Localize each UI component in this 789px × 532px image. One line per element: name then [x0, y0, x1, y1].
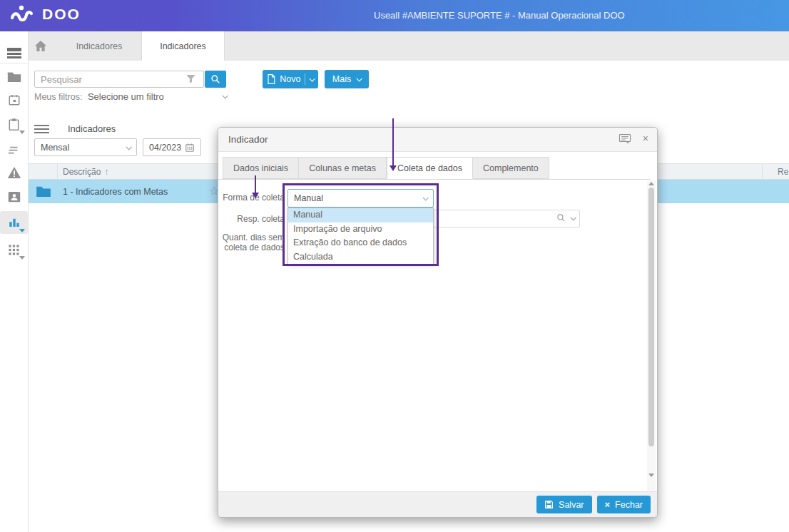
home-icon	[34, 40, 47, 52]
row-label: 1 - Indicadores com Metas	[63, 187, 168, 197]
rail-divider	[0, 63, 28, 63]
modal-tab-complemento[interactable]: Complemento	[473, 157, 549, 179]
tab-indicadores-2[interactable]: Indicadores	[141, 31, 225, 61]
sidebar-item-clipboard[interactable]	[0, 113, 28, 135]
mais-label: Mais	[332, 74, 351, 84]
tab-indicadores-1[interactable]: Indicadores	[57, 31, 141, 61]
tab-bar: Indicadores Indicadores	[29, 31, 789, 61]
my-filters-row[interactable]: Meus filtros: Selecione um filtro	[34, 91, 164, 102]
warning-triangle-icon	[7, 166, 21, 179]
sidebar-item-folder[interactable]	[0, 65, 28, 88]
my-filters-value: Selecione um filtro	[88, 91, 164, 102]
lookup-chevron-icon[interactable]	[570, 215, 576, 220]
period-select-value: Mensal	[41, 143, 69, 153]
sort-asc-icon: ↑	[104, 167, 108, 177]
search-button[interactable]	[205, 71, 226, 88]
scrollbar-thumb[interactable]	[648, 188, 654, 446]
app-header: DOO Useall #AMBIENTE SUPORTE # - Manual …	[0, 0, 789, 31]
novo-split-divider	[305, 73, 305, 85]
folder-icon	[7, 71, 21, 83]
side-rail	[0, 31, 29, 532]
section-title: Indicadores	[68, 123, 116, 134]
search-icon	[210, 74, 220, 84]
salvar-label: Salvar	[559, 500, 584, 510]
modal-scrollbar[interactable]	[647, 180, 656, 491]
mais-chevron-icon	[357, 76, 362, 81]
row-folder-icon	[36, 185, 51, 198]
date-field-value: 04/2023	[149, 143, 181, 153]
lines-icon	[7, 145, 21, 155]
my-filters-label: Meus filtros:	[34, 92, 82, 102]
filter-funnel-icon[interactable]	[185, 73, 196, 84]
comment-icon[interactable]	[619, 133, 631, 145]
modal-footer: Salvar × Fechar	[218, 491, 657, 517]
new-document-icon	[267, 74, 275, 84]
home-button[interactable]	[34, 40, 47, 52]
bar-chart-icon	[8, 216, 21, 229]
modal-tab-dados-iniciais[interactable]: Dados iniciais	[223, 157, 299, 179]
sidebar-item-apps[interactable]	[0, 238, 28, 261]
modal-title: Indicador	[228, 134, 268, 145]
user-badge-icon	[8, 191, 21, 203]
sidebar-item-indicators[interactable]	[0, 211, 28, 234]
annotation-rectangle-dropdown	[282, 183, 439, 266]
modal-tab-coleta-de-dados[interactable]: Coleta de dados	[387, 157, 473, 179]
fechar-button[interactable]: × Fechar	[597, 496, 651, 513]
grid-icon	[8, 244, 20, 256]
modal-tab-strip: Dados iniciais Colunas e metas Coleta de…	[218, 157, 650, 180]
date-calendar-icon[interactable]	[185, 143, 195, 153]
doo-wave-icon	[10, 5, 36, 24]
resp-coleta-label: Resp. coleta	[218, 214, 285, 224]
column-header-right[interactable]: Re	[778, 167, 788, 177]
menu-hamburger-icon[interactable]	[0, 37, 28, 60]
column-separator-right	[762, 164, 763, 180]
calendar-icon	[8, 93, 21, 106]
mais-button[interactable]: Mais	[325, 70, 369, 88]
sidebar-item-calendar[interactable]	[0, 88, 28, 111]
save-icon	[544, 500, 554, 509]
quant-dias-label: Quant. dias sem coleta de dados	[218, 232, 285, 252]
column-separator	[57, 164, 58, 180]
novo-label: Novo	[280, 74, 300, 84]
fechar-label: Fechar	[615, 500, 643, 510]
annotation-arrow-coleta-tab	[390, 118, 397, 171]
modal-header: Indicador ×	[218, 128, 657, 152]
indicators-caret-icon	[19, 229, 25, 232]
window-title: Useall #AMBIENTE SUPORTE # - Manual Oper…	[374, 10, 625, 21]
section-menu-icon[interactable]	[34, 123, 49, 135]
date-field[interactable]: 04/2023	[143, 138, 201, 156]
period-chevron-icon	[126, 144, 131, 150]
apps-caret-icon	[19, 256, 25, 260]
app-logo: DOO	[10, 5, 81, 24]
sidebar-item-users[interactable]	[0, 185, 28, 208]
annotation-arrow-forma-field	[252, 175, 259, 198]
sidebar-item-alerts[interactable]	[0, 161, 28, 184]
sidebar-item-lists[interactable]	[0, 138, 28, 161]
logo-text: DOO	[42, 6, 81, 23]
novo-button[interactable]: Novo	[263, 70, 318, 88]
search-input[interactable]	[34, 71, 204, 88]
modal-close-icon[interactable]: ×	[643, 133, 648, 144]
period-select[interactable]: Mensal	[34, 138, 137, 156]
salvar-button[interactable]: Salvar	[536, 496, 591, 513]
lookup-search-icon[interactable]	[556, 213, 566, 222]
novo-chevron-icon[interactable]	[310, 76, 315, 81]
modal-tab-colunas-e-metas[interactable]: Colunas e metas	[299, 157, 387, 179]
my-filters-chevron-icon[interactable]	[222, 93, 228, 98]
column-header-descricao[interactable]: Descrição↑	[63, 167, 108, 177]
clipboard-caret-icon	[19, 131, 25, 134]
scroll-down-icon[interactable]	[648, 474, 654, 477]
close-x-icon: ×	[605, 499, 611, 510]
clipboard-icon	[8, 118, 20, 131]
scroll-up-icon[interactable]	[648, 182, 654, 185]
